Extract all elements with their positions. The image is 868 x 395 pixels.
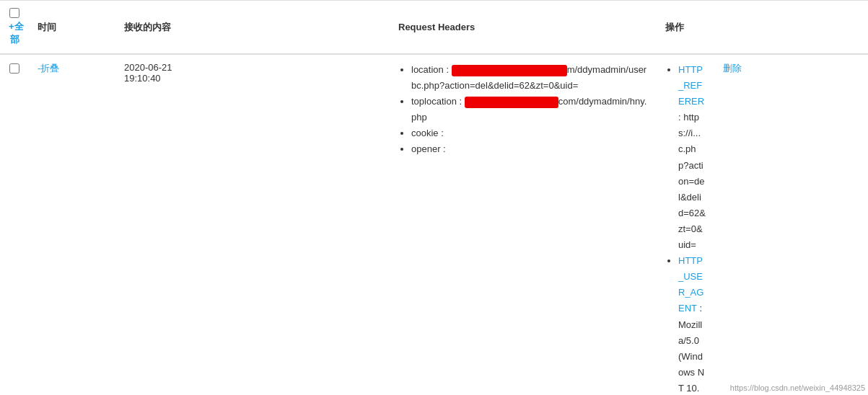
select-all-label[interactable]: +全部: [9, 21, 24, 45]
table-row: -折叠2020-06-2119:10:40location : m/ddymad…: [0, 54, 868, 395]
header-key: HTTP_REFERER: [678, 64, 704, 107]
toggle-link[interactable]: -折叠: [38, 63, 59, 74]
toggle-cell: -折叠: [29, 54, 115, 395]
time-date: 2020-06-21: [124, 62, 172, 73]
header-list-item: HTTP_REFERER : https://i... c.php?action…: [678, 62, 706, 253]
table-header-row: +全部 时间 接收的内容 Request Headers 操作: [0, 1, 868, 55]
operation-cell: 删除: [714, 54, 868, 395]
select-all-checkbox[interactable]: [9, 8, 19, 18]
request-headers-cell: HTTP_REFERER : https://i... c.php?action…: [657, 54, 714, 395]
content-label: toplocation :: [411, 96, 465, 107]
delete-link[interactable]: 删除: [723, 63, 742, 74]
time-header: 时间: [29, 1, 115, 55]
redacted-content: [452, 65, 567, 76]
content-list-item: cookie :: [411, 125, 648, 141]
header-value: : https://i... c.php?action=del&delid=62…: [678, 112, 706, 250]
main-table-wrapper: +全部 时间 接收的内容 Request Headers 操作 -折叠2020-…: [0, 0, 868, 395]
select-all-header: +全部: [0, 1, 29, 55]
content-label: cookie :: [411, 128, 444, 138]
time-cell: 2020-06-2119:10:40: [115, 54, 390, 395]
time-clock: 19:10:40: [124, 73, 161, 84]
header-value: : Mozilla/5.0 (Windows NT 10.0; Win64; x…: [678, 303, 706, 395]
content-list: location : m/ddymadmin/userbc.php?action…: [398, 62, 648, 158]
redacted-content: [465, 97, 558, 108]
header-list: HTTP_REFERER : https://i... c.php?action…: [665, 62, 706, 395]
content-list-item: opener :: [411, 141, 648, 157]
data-table: +全部 时间 接收的内容 Request Headers 操作 -折叠2020-…: [0, 0, 868, 395]
request-headers-header: Request Headers: [390, 1, 657, 55]
content-cell: location : m/ddymadmin/userbc.php?action…: [390, 54, 657, 395]
row-checkbox-cell: [0, 54, 29, 395]
action-header: 操作: [657, 1, 714, 55]
content-list-item: location : m/ddymadmin/userbc.php?action…: [411, 62, 648, 94]
content-label: location :: [411, 64, 452, 75]
content-list-item: toplocation : com/ddymadmin/hny.php: [411, 94, 648, 125]
header-list-item: HTTP_USER_AGENT : Mozilla/5.0 (Windows N…: [678, 253, 706, 395]
row-checkbox[interactable]: [9, 63, 19, 74]
content-label: opener :: [411, 143, 446, 154]
content-header: 接收的内容: [115, 1, 390, 55]
table-body: -折叠2020-06-2119:10:40location : m/ddymad…: [0, 54, 868, 395]
